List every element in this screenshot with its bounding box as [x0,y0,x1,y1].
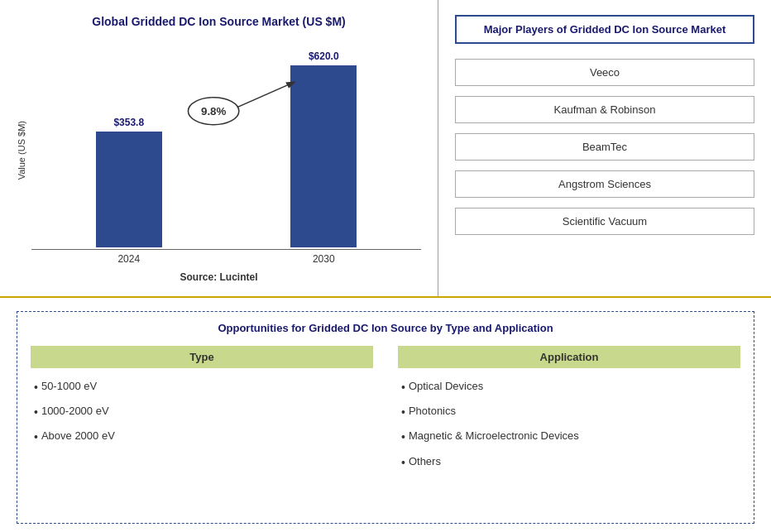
type-item-label-2: Above 2000 eV [41,426,115,445]
players-title: Major Players of Gridded DC Ion Source M… [455,15,754,44]
bar-value-2024: $353.8 [113,117,144,128]
players-area: Major Players of Gridded DC Ion Source M… [438,0,771,296]
main-container: Global Gridded DC Ion Source Market (US … [0,0,771,532]
y-axis-label: Value (US $M) [17,121,26,180]
player-item-angstrom: Angstrom Sciences [455,170,754,198]
x-label-2024: 2024 [31,250,227,265]
type-column: Type • 50-1000 eV • 1000-2000 eV • Above [31,346,373,477]
opportunities-box: Opportunities for Gridded DC Ion Source … [17,311,754,524]
app-item-label-2: Magnetic & Microelectronic Devices [409,426,579,445]
chart-area: Global Gridded DC Ion Source Market (US … [0,0,438,296]
svg-text:9.8%: 9.8% [201,106,226,117]
application-header: Application [398,346,740,368]
opportunities-content: Type • 50-1000 eV • 1000-2000 eV • Above [31,346,740,477]
player-item-veeco: Veeco [455,59,754,86]
app-bullet-0: • [401,377,405,398]
app-item-0: • Optical Devices [401,376,740,398]
opportunities-title: Opportunities for Gridded DC Ion Source … [31,322,740,334]
bullet-0: • [34,377,38,398]
application-column: Application • Optical Devices • Photonic… [398,346,740,477]
chart-inner: 9.8% $353.8 [31,50,421,265]
bar-2030 [290,65,357,247]
type-header: Type [31,346,373,368]
app-item-1: • Photonics [401,401,740,423]
app-item-label-1: Photonics [409,401,456,420]
bar-group-2030: $620.0 [227,50,422,247]
bar-2024 [96,132,162,247]
type-item-0: • 50-1000 eV [34,376,373,398]
bar-group-2024: $353.8 [31,117,227,247]
player-item-scientific: Scientific Vacuum [455,208,754,235]
bars-area: 9.8% $353.8 [31,50,421,247]
app-item-2: • Magnetic & Microelectronic Devices [401,426,740,448]
bar-value-2030: $620.0 [309,50,339,62]
chart-wrapper: Value (US $M) 9.8% [17,36,421,265]
bottom-section: Opportunities for Gridded DC Ion Source … [0,298,771,532]
type-list: • 50-1000 eV • 1000-2000 eV • Above 2000… [31,376,373,448]
app-item-label-3: Others [409,452,441,471]
type-item-2: • Above 2000 eV [34,426,373,448]
type-item-1: • 1000-2000 eV [34,401,373,423]
bullet-2: • [34,427,38,448]
player-item-kaufman: Kaufman & Robinson [455,96,754,123]
app-item-3: • Others [401,452,740,473]
x-label-2030: 2030 [227,250,422,265]
bullet-1: • [34,402,38,423]
top-section: Global Gridded DC Ion Source Market (US … [0,0,771,298]
app-bullet-2: • [401,427,405,448]
app-bullet-3: • [401,453,405,473]
type-item-label-0: 50-1000 eV [41,376,97,395]
application-list: • Optical Devices • Photonics • Magnetic… [398,376,740,473]
type-item-label-1: 1000-2000 eV [41,401,109,420]
app-bullet-1: • [401,402,405,423]
x-axis: 2024 2030 [31,249,421,265]
source-text: Source: Lucintel [17,271,421,288]
player-item-beamtec: BeamTec [455,133,754,161]
app-item-label-0: Optical Devices [409,376,483,395]
chart-title: Global Gridded DC Ion Source Market (US … [17,15,421,28]
